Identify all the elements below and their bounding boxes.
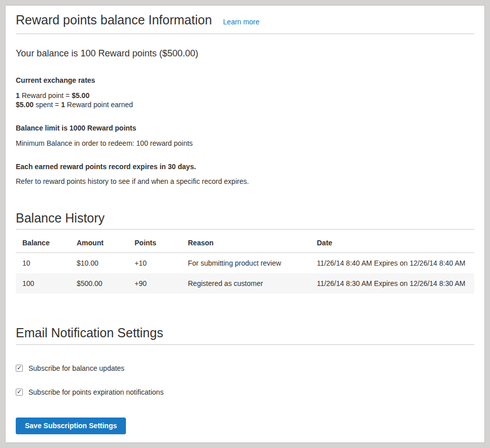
expiration-note-text: Refer to reward points history to see if… — [16, 177, 474, 186]
cell-date: 11/26/14 8:30 AM Expires on 12/26/14 8:3… — [310, 273, 474, 294]
column-header-balance: Balance — [16, 230, 70, 253]
column-header-amount: Amount — [70, 230, 128, 253]
email-notification-settings-heading: Email Notification Settings — [16, 326, 474, 345]
table-row: 10 $10.00 +10 For submitting product rev… — [16, 253, 474, 274]
subscribe-balance-updates-label[interactable]: Subscribe for balance updates — [28, 364, 124, 373]
balance-limit-text: Balance limit is 1000 Reward points — [16, 123, 474, 133]
exchange-rate-currency-to-points: $5.00 spent = 1 Reward point earned — [16, 100, 474, 109]
exchange-rates-heading: Current exchange rates — [16, 76, 474, 85]
column-header-points: Points — [128, 230, 181, 253]
subscribe-balance-updates-option: Subscribe for balance updates — [16, 364, 474, 373]
notification-options: Subscribe for balance updates Subscribe … — [16, 364, 474, 397]
exchange-rates: 1 Reward point = $5.00 $5.00 spent = 1 R… — [16, 91, 474, 109]
column-header-reason: Reason — [181, 230, 310, 253]
expiration-text: Each earned reward points record expires… — [16, 162, 474, 171]
table-row: 100 $500.00 +90 Registered as customer 1… — [16, 273, 474, 294]
balance-history-heading: Balance History — [16, 211, 474, 230]
save-subscription-settings-button[interactable]: Save Subscription Settings — [16, 418, 126, 434]
cell-balance: 100 — [16, 273, 70, 294]
reward-points-panel: Reward points balance Information Learn … — [5, 5, 485, 443]
balance-history-table: Balance Amount Points Reason Date 10 $10… — [16, 230, 474, 294]
cell-points: +10 — [128, 253, 181, 274]
cell-amount: $500.00 — [70, 273, 128, 294]
learn-more-link[interactable]: Learn more — [223, 18, 259, 26]
page-title: Reward points balance Information — [16, 13, 212, 27]
balance-summary: Your balance is 100 Reward points ($500.… — [16, 48, 474, 59]
page-title-row: Reward points balance Information Learn … — [16, 13, 474, 34]
subscribe-points-expiration-checkbox[interactable] — [16, 389, 23, 396]
subscribe-balance-updates-checkbox[interactable] — [16, 365, 23, 372]
exchange-rate-points-to-currency: 1 Reward point = $5.00 — [16, 91, 474, 100]
subscribe-points-expiration-option: Subscribe for points expiration notifica… — [16, 388, 474, 397]
column-header-date: Date — [310, 230, 474, 253]
cell-points: +90 — [128, 273, 181, 294]
table-header-row: Balance Amount Points Reason Date — [16, 230, 474, 253]
cell-reason: Registered as customer — [181, 273, 310, 294]
cell-date: 11/26/14 8:40 AM Expires on 12/26/14 8:4… — [310, 253, 474, 274]
cell-reason: For submitting product review — [181, 253, 310, 274]
minimum-balance-text: Minimum Balance in order to redeem: 100 … — [16, 139, 474, 148]
cell-amount: $10.00 — [70, 253, 128, 274]
cell-balance: 10 — [16, 253, 70, 274]
subscribe-points-expiration-label[interactable]: Subscribe for points expiration notifica… — [28, 388, 164, 397]
